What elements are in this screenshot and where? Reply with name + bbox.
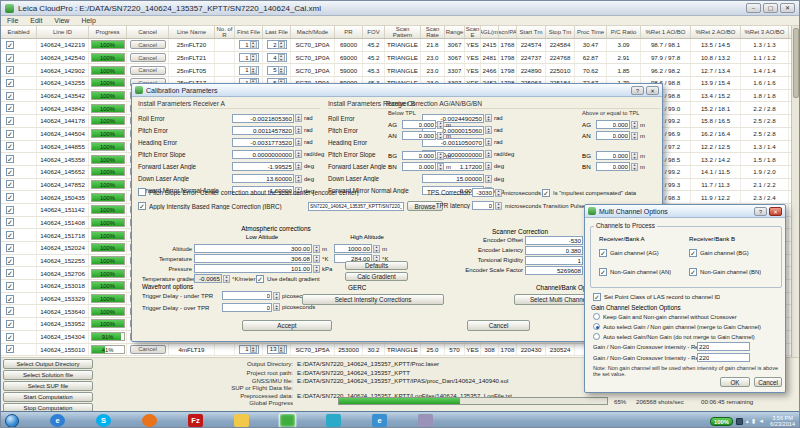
crossover-b-input[interactable]: 220 xyxy=(697,353,750,362)
footer-button-select-sup-file[interactable]: Select SUP file xyxy=(3,381,93,391)
row-enabled-checkbox[interactable]: ✓ xyxy=(6,168,14,176)
skype-icon[interactable]: S xyxy=(96,414,111,427)
mpu-compensated-checkbox[interactable]: ✓ xyxy=(542,189,550,197)
row-enabled-checkbox[interactable]: ✓ xyxy=(6,142,14,150)
column-header[interactable]: %Ret 1 AO/BO xyxy=(641,26,691,38)
spinner-up-down[interactable]: ▴▾ xyxy=(278,54,285,62)
row-enabled-checkbox[interactable]: ✓ xyxy=(6,333,14,341)
row-enabled-checkbox[interactable]: ✓ xyxy=(6,307,14,315)
footer-button-select-solution-file[interactable]: Select Solution file xyxy=(3,370,93,380)
speaker-icon[interactable]: ◄ xyxy=(758,418,764,424)
column-header[interactable]: Stop Tm xyxy=(546,26,575,38)
tps-input[interactable]: -3030 xyxy=(472,188,494,197)
field-input[interactable]: 15.00000 xyxy=(422,174,484,183)
use-default-gradient-checkbox[interactable]: ✓ xyxy=(256,275,264,283)
cancel-button[interactable]: Cancel xyxy=(754,377,782,387)
spinner-up-down[interactable]: ▴▾ xyxy=(631,163,638,171)
dialog-close-button[interactable]: ✕ xyxy=(769,207,782,216)
cancel-line-button[interactable]: Cancel xyxy=(130,40,166,49)
spinner-up-down[interactable]: ▴▾ xyxy=(250,345,257,353)
field-input[interactable]: -0.0021805360 xyxy=(232,114,294,123)
row-enabled-checkbox[interactable]: ✓ xyxy=(6,66,14,74)
column-header[interactable]: FOV xyxy=(363,26,385,38)
column-header[interactable]: P/C Ratio xyxy=(607,26,641,38)
row-enabled-checkbox[interactable]: ✓ xyxy=(6,206,14,214)
select-intensity-corrections-button[interactable]: Select Intensity Corrections xyxy=(302,294,444,305)
spinner-up-down[interactable]: ▴▾ xyxy=(373,245,380,253)
field-input[interactable]: -1.99525 xyxy=(232,162,294,171)
spinner-up-down[interactable]: ▴▾ xyxy=(631,132,638,140)
atmo-low-input[interactable]: 300.00 xyxy=(194,244,312,253)
gain-option-radio[interactable] xyxy=(593,323,600,330)
file-number-input[interactable]: 4▴▾ xyxy=(267,53,287,62)
spinner-up-down[interactable]: ▴▾ xyxy=(250,54,257,62)
field-input[interactable]: 0.0000000000 xyxy=(232,150,294,159)
range-input[interactable]: 0.000 xyxy=(596,120,630,129)
range-input[interactable]: 0.000 xyxy=(402,151,436,160)
spinner-up-down[interactable]: ▴▾ xyxy=(278,41,285,49)
spinner-up-down[interactable]: ▴▾ xyxy=(278,66,285,74)
file-number-input[interactable]: 1▴▾ xyxy=(239,345,259,354)
spinner-up-down[interactable]: ▴▾ xyxy=(295,175,302,183)
gain-option-radio[interactable] xyxy=(593,333,600,340)
row-enabled-checkbox[interactable]: ✓ xyxy=(6,130,14,138)
cancel-button[interactable]: Cancel xyxy=(467,320,530,331)
start-button[interactable] xyxy=(5,414,19,428)
spinner-up-down[interactable]: ▴▾ xyxy=(495,202,502,210)
spinner-up-down[interactable]: ▴▾ xyxy=(295,138,302,146)
spinner-up-down[interactable]: ▴▾ xyxy=(313,245,320,253)
taskbar-clock[interactable]: 3:56 PM 6/23/2014 xyxy=(767,415,798,428)
column-header[interactable]: Cancel xyxy=(127,26,169,38)
range-input[interactable]: 0.000 xyxy=(596,162,630,171)
row-enabled-checkbox[interactable]: ✓ xyxy=(6,155,14,163)
spinner-up-down[interactable]: ▴▾ xyxy=(273,292,280,300)
column-header[interactable]: AGL(m) xyxy=(481,26,499,38)
row-enabled-checkbox[interactable]: ✓ xyxy=(6,104,14,112)
spinner-up-down[interactable]: ▴▾ xyxy=(295,150,302,158)
las-class-checkbox[interactable]: ✓ xyxy=(593,293,601,301)
range-input[interactable]: 0.000 xyxy=(596,131,630,140)
column-header[interactable]: Scan Pattern xyxy=(385,26,421,38)
field-input[interactable]: -0.0031773520 xyxy=(232,138,294,147)
calc-gradient-button[interactable]: Calc Gradient xyxy=(345,272,408,281)
ibrc-checkbox[interactable]: ✓ xyxy=(138,202,146,210)
row-enabled-checkbox[interactable]: ✓ xyxy=(6,41,14,49)
spinner-up-down[interactable]: ▴▾ xyxy=(223,275,230,283)
menu-item-help[interactable]: Help xyxy=(81,17,95,24)
column-header[interactable]: %Ret 2 AO/BO xyxy=(691,26,741,38)
spinner-up-down[interactable]: ▴▾ xyxy=(437,132,444,140)
file-number-input[interactable]: 2▴▾ xyxy=(267,40,287,49)
row-enabled-checkbox[interactable]: ✓ xyxy=(6,282,14,290)
minimize-button[interactable]: – xyxy=(746,3,761,13)
spinner-up-down[interactable]: ▴▾ xyxy=(495,189,502,197)
spinner-up-down[interactable]: ▴▾ xyxy=(437,121,444,129)
scrollbar-thumb[interactable] xyxy=(793,28,799,98)
column-header[interactable]: First File xyxy=(235,26,263,38)
footer-button-select-output-directory[interactable]: Select Output Directory xyxy=(3,359,93,369)
atmo-low-input[interactable]: 101.00 xyxy=(194,264,312,273)
firefox-icon[interactable] xyxy=(142,414,157,427)
atmo-high-input[interactable]: 1000.00 xyxy=(334,244,372,253)
spinner-up-down[interactable]: ▴▾ xyxy=(437,163,444,171)
internet-explorer-icon[interactable]: e xyxy=(50,414,65,427)
menu-item-edit[interactable]: Edit xyxy=(30,17,42,24)
dialog-help-button[interactable]: ? xyxy=(754,207,767,216)
file-number-input[interactable]: 1▴▾ xyxy=(239,53,259,62)
row-enabled-checkbox[interactable]: ✓ xyxy=(6,193,14,201)
gain-a-checkbox[interactable]: ✓ xyxy=(599,268,607,276)
file-number-input[interactable]: 5▴▾ xyxy=(267,66,287,75)
column-header[interactable]: Start Tm xyxy=(517,26,546,38)
row-enabled-checkbox[interactable]: ✓ xyxy=(6,92,14,100)
vertical-scrollbar[interactable] xyxy=(791,26,799,357)
atmo-low-input[interactable]: 306.08 xyxy=(194,254,312,263)
show-hidden-icons-arrow[interactable]: ▴ xyxy=(746,418,749,424)
spinner-up-down[interactable]: ▴▾ xyxy=(295,162,302,170)
cpu-meter-badge[interactable]: 100% xyxy=(710,417,733,426)
row-enabled-checkbox[interactable]: ✓ xyxy=(6,231,14,239)
scanner-input[interactable]: -530 xyxy=(525,236,583,245)
row-enabled-checkbox[interactable]: ✓ xyxy=(6,320,14,328)
spinner-up-down[interactable]: ▴▾ xyxy=(313,255,320,263)
column-header[interactable]: scn/PA xyxy=(499,26,517,38)
spinner-up-down[interactable]: ▴▾ xyxy=(250,41,257,49)
column-header[interactable]: Range xyxy=(445,26,465,38)
